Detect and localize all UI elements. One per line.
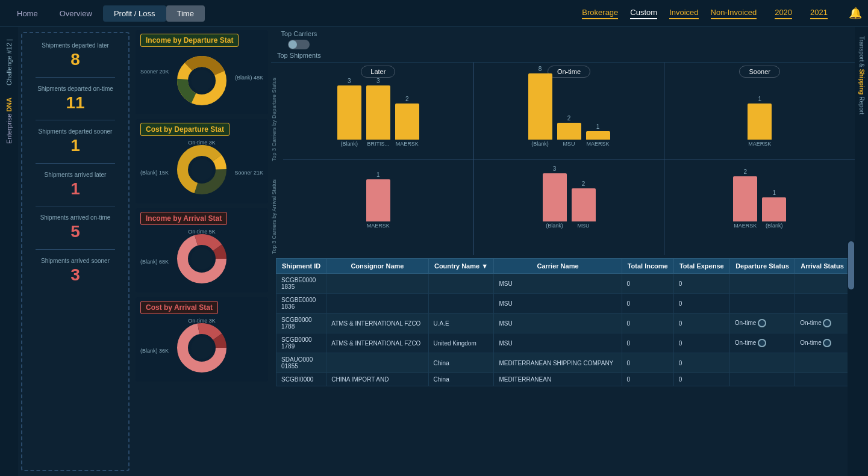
cell-expense: 0 [673, 314, 729, 333]
stat-departed-later: Shipments departed later 8 [42, 39, 109, 72]
cell-income: 0 [622, 314, 673, 333]
cell-dep-status [729, 353, 795, 373]
arrived-sooner-label: Shipments arrived sooner [41, 257, 110, 265]
table-row: SCGBE00001836 MSU 0 0 [276, 294, 850, 314]
nav-overview[interactable]: Overview [49, 5, 103, 22]
cell-carrier: MSU [494, 294, 622, 314]
cost-departure-label-top: On-time 3K [188, 140, 216, 146]
cell-country: China [428, 373, 494, 386]
filter-2021[interactable]: 2021 [810, 8, 828, 19]
arrival-axis-label: Top 3 Carriers by Arrival Status [271, 176, 283, 257]
departure-bars-row: Later 3 (Blank) 3 BRITIS... [283, 63, 855, 159]
cell-expense: 0 [673, 274, 729, 294]
arrived-sooner-value: 3 [41, 265, 110, 285]
cell-carrier: MSU [494, 274, 622, 294]
cell-income: 0 [622, 294, 673, 314]
report-title: Transport & Shipping Report [858, 36, 865, 114]
donut-charts-panel: Income by Departure Stat Sooner 20K (Bla… [133, 27, 271, 476]
nav-time[interactable]: Time [166, 5, 205, 22]
bar-maersk-sooner: 1 MAERSK [748, 96, 772, 147]
cell-consignor [326, 294, 428, 314]
nav-filters: Brokerage Custom Invoiced Non-Invoiced 2… [582, 7, 862, 20]
col-country: Country Name ▼ [428, 259, 494, 274]
shipments-table-section: Shipment ID Consignor Name Country Name … [271, 255, 855, 476]
table-header-row: Shipment ID Consignor Name Country Name … [276, 259, 850, 274]
bar-msu-ontime: 2 MSU [557, 115, 581, 147]
svg-point-7 [191, 159, 213, 181]
scrollbar-thumb[interactable] [848, 241, 854, 289]
svg-point-11 [191, 248, 213, 270]
departed-sooner-value: 1 [39, 135, 113, 156]
bell-icon[interactable]: 🔔 [849, 7, 862, 20]
filter-invoiced[interactable]: Invoiced [669, 8, 698, 19]
departure-later-group: Later 3 (Blank) 3 BRITIS... [283, 63, 473, 159]
cell-country [428, 294, 494, 314]
scrollbar-track[interactable] [848, 241, 855, 476]
cell-carrier: MEDITERRANEAN [494, 373, 622, 386]
top-carriers-toggle[interactable] [288, 40, 310, 49]
departed-sooner-label: Shipments departed sooner [39, 128, 113, 135]
cell-consignor: ATMS & INTERNATIONAL FZCO [326, 333, 428, 353]
cell-dep-status [729, 294, 795, 314]
filter-2020[interactable]: 2020 [775, 8, 792, 19]
income-departure-card: Income by Departure Stat Sooner 20K (Bla… [136, 30, 268, 114]
divider-3 [36, 163, 116, 164]
cell-id: SCGBE00001835 [276, 274, 326, 294]
cell-id: SCGBI0000 [276, 373, 326, 386]
cell-dep-status: On-time [729, 333, 795, 353]
cell-id: SCGB00001788 [276, 314, 326, 333]
cell-country: U.A.E [428, 314, 494, 333]
later-label: Later [361, 66, 395, 78]
right-sidebar: Transport & Shipping Report [855, 27, 868, 476]
cell-carrier: MSU [494, 333, 622, 353]
arrival-later-group: 1 MAERSK [283, 159, 473, 256]
stat-arrived-later: Shipments arrived later 1 [45, 168, 107, 202]
nav-profit-loss[interactable]: Profit / Loss [103, 5, 166, 22]
departed-ontime-label: Shipments departed on-time [37, 85, 113, 93]
cell-income: 0 [622, 274, 673, 294]
table-row: SCGB00001788 ATMS & INTERNATIONAL FZCO U… [276, 314, 850, 333]
cell-id: SCGBE00001836 [276, 294, 326, 314]
divider-5 [36, 249, 116, 250]
filter-brokerage[interactable]: Brokerage [582, 8, 618, 19]
cost-arrival-donut: On-time 3K (Blank) 36K [140, 318, 263, 378]
nav-home[interactable]: Home [6, 5, 49, 22]
bar-blank-arrival-sooner: 1 (Blank) [762, 190, 786, 229]
income-departure-donut: Sooner 20K (Blank) 48K [140, 51, 263, 111]
content-area: Top Carriers Top Shipments Top 3 Carrier… [271, 27, 855, 476]
cost-departure-label-left: (Blank) 15K [140, 170, 169, 176]
cell-expense: 0 [673, 333, 729, 353]
table-row: SCGB00001789 ATMS & INTERNATIONAL FZCO U… [276, 333, 850, 353]
cell-dep-status [729, 373, 795, 386]
table-row: SCGBE00001835 MSU 0 0 [276, 274, 850, 294]
top-shipments-header: Top Carriers Top Shipments [271, 27, 855, 63]
cost-departure-title: Cost by Departure Stat [140, 123, 229, 136]
svg-point-15 [191, 337, 213, 359]
departure-axis-label: Top 3 Carriers by Departure Status [271, 75, 283, 164]
stat-arrived-ontime: Shipments arrived on-time 5 [40, 211, 111, 244]
income-arrival-label-left: (Blank) 68K [140, 259, 169, 265]
col-dep-status: Departure Status [729, 259, 795, 274]
departure-ontime-group: On-time 8 (Blank) 2 MSU [473, 63, 665, 159]
arrived-later-label: Shipments arrived later [45, 171, 107, 179]
top-shipments-label: Top Shipments [277, 52, 321, 59]
cell-dep-status [729, 274, 795, 294]
cell-id: SDAUO00001855 [276, 353, 326, 373]
cell-consignor: ATMS & INTERNATIONAL FZCO [326, 314, 428, 333]
cell-country [428, 274, 494, 294]
bar-maersk-arrival-later: 1 MAERSK [366, 172, 390, 229]
cell-arr-status [795, 294, 850, 314]
cell-country: China [428, 353, 494, 373]
col-expense: Total Expense [673, 259, 729, 274]
bar-blank-arrival-ontime: 3 (Blank) [543, 165, 567, 229]
bar-charts-area: Top 3 Carriers by Departure Status Top 3… [271, 63, 855, 255]
cell-expense: 0 [673, 353, 729, 373]
income-departure-label-right: (Blank) 48K [235, 75, 263, 81]
svg-point-3 [191, 70, 213, 91]
filter-custom[interactable]: Custom [630, 8, 657, 19]
income-departure-label-left: Sooner 20K [140, 69, 169, 75]
cell-country: United Kingdom [428, 333, 494, 353]
filter-non-invoiced[interactable]: Non-Invoiced [711, 8, 757, 19]
departed-ontime-value: 11 [37, 93, 113, 113]
ontime-arrival-bars: 3 (Blank) 2 MSU [477, 162, 661, 229]
